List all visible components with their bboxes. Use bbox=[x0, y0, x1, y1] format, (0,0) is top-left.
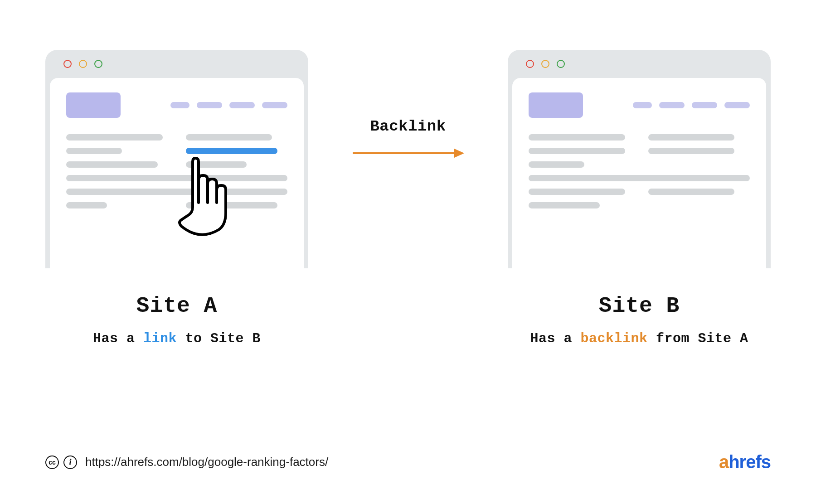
caption-text: to Site B bbox=[177, 331, 261, 346]
page-viewport bbox=[512, 78, 766, 268]
maximize-icon bbox=[557, 60, 565, 68]
text-line bbox=[186, 161, 247, 168]
text-line bbox=[529, 161, 584, 168]
site-b-subtitle: Has a backlink from Site A bbox=[530, 331, 748, 346]
nav-item bbox=[692, 102, 717, 108]
arrow-section: Backlink bbox=[345, 50, 471, 162]
text-line bbox=[529, 134, 625, 141]
caption-text: from Site A bbox=[648, 331, 748, 346]
source-url: https://ahrefs.com/blog/google-ranking-f… bbox=[85, 455, 328, 469]
text-line bbox=[66, 134, 163, 141]
caption-highlight: backlink bbox=[580, 331, 647, 346]
arrow-icon bbox=[349, 144, 467, 162]
caption-text: Has a bbox=[93, 331, 143, 346]
text-line bbox=[529, 202, 600, 208]
nav-item bbox=[659, 102, 685, 108]
nav-item bbox=[724, 102, 750, 108]
nav-placeholder bbox=[633, 102, 750, 108]
diagram-stage: Site A Has a link to Site B Backlink bbox=[45, 50, 771, 346]
text-line bbox=[66, 202, 107, 208]
page-header bbox=[66, 92, 287, 118]
svg-marker-4 bbox=[454, 149, 464, 158]
text-line bbox=[648, 134, 734, 141]
nav-item bbox=[229, 102, 255, 108]
footer: cc i https://ahrefs.com/blog/google-rank… bbox=[45, 452, 771, 472]
caption-text: Has a bbox=[530, 331, 580, 346]
text-line bbox=[529, 175, 750, 181]
close-icon bbox=[63, 60, 72, 68]
nav-item bbox=[197, 102, 222, 108]
nav-placeholder bbox=[170, 102, 287, 108]
logo-placeholder bbox=[66, 92, 121, 118]
page-viewport bbox=[50, 78, 304, 268]
license-badges: cc i bbox=[45, 456, 77, 469]
text-line bbox=[66, 161, 158, 168]
text-line bbox=[186, 202, 277, 208]
nav-item bbox=[170, 102, 189, 108]
text-line bbox=[66, 148, 122, 154]
caption-highlight: link bbox=[143, 331, 177, 346]
window-controls bbox=[512, 50, 766, 78]
arrow-label: Backlink bbox=[370, 118, 446, 135]
nav-item bbox=[262, 102, 287, 108]
brand-logo: ahrefs bbox=[719, 452, 771, 472]
text-line bbox=[66, 175, 287, 181]
attribution-icon: i bbox=[63, 456, 77, 469]
minimize-icon bbox=[541, 60, 549, 68]
maximize-icon bbox=[94, 60, 102, 68]
close-icon bbox=[526, 60, 534, 68]
text-line bbox=[648, 189, 734, 195]
site-b-title: Site B bbox=[599, 294, 680, 318]
nav-item bbox=[633, 102, 652, 108]
text-line bbox=[66, 189, 287, 195]
site-b-column: Site B Has a backlink from Site A bbox=[508, 50, 771, 346]
site-a-column: Site A Has a link to Site B bbox=[45, 50, 308, 346]
browser-site-b bbox=[508, 50, 771, 268]
text-line bbox=[648, 148, 734, 154]
window-controls bbox=[50, 50, 304, 78]
site-a-title: Site A bbox=[136, 294, 218, 318]
hyperlink-line[interactable] bbox=[186, 148, 277, 154]
site-a-subtitle: Has a link to Site B bbox=[93, 331, 261, 346]
minimize-icon bbox=[79, 60, 87, 68]
attribution: cc i https://ahrefs.com/blog/google-rank… bbox=[45, 455, 328, 469]
text-line bbox=[186, 134, 272, 141]
logo-placeholder bbox=[529, 92, 583, 118]
text-line bbox=[529, 148, 625, 154]
brand-accent-char: a bbox=[719, 452, 729, 472]
brand-text: hrefs bbox=[729, 452, 771, 472]
page-header bbox=[529, 92, 750, 118]
text-line bbox=[529, 189, 625, 195]
browser-site-a bbox=[45, 50, 308, 268]
cc-icon: cc bbox=[45, 456, 59, 469]
page-content bbox=[529, 134, 750, 208]
page-content bbox=[66, 134, 287, 208]
